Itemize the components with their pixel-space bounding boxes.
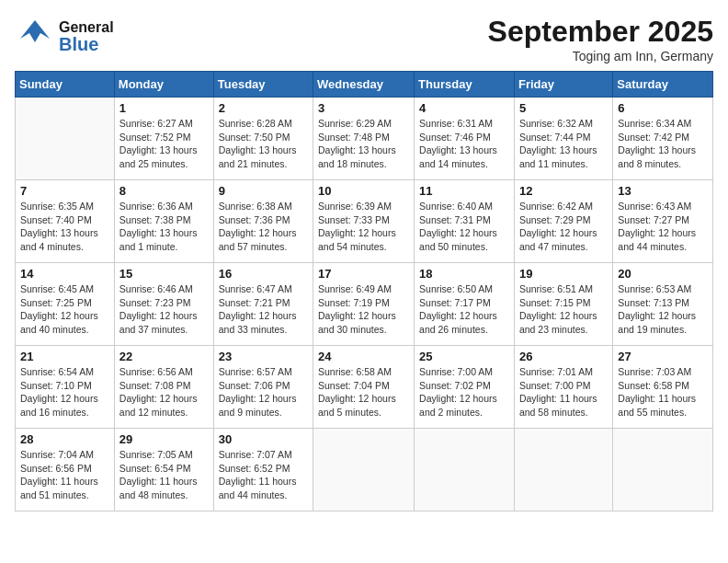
day-info: Sunrise: 7:05 AMSunset: 6:54 PMDaylight:… [119, 448, 209, 502]
day-info: Sunrise: 6:40 AMSunset: 7:31 PMDaylight:… [419, 200, 509, 254]
calendar-cell: 21Sunrise: 6:54 AMSunset: 7:10 PMDayligh… [16, 346, 115, 429]
calendar-cell: 25Sunrise: 7:00 AMSunset: 7:02 PMDayligh… [415, 346, 515, 429]
day-number: 1 [119, 101, 209, 115]
calendar-cell: 1Sunrise: 6:27 AMSunset: 7:52 PMDaylight… [114, 98, 213, 180]
day-number: 10 [318, 184, 409, 198]
day-info: Sunrise: 6:31 AMSunset: 7:46 PMDaylight:… [419, 117, 509, 171]
day-number: 7 [20, 184, 109, 198]
weekday-header-monday: Monday [114, 72, 213, 98]
day-number: 20 [618, 267, 708, 281]
calendar-week-2: 7Sunrise: 6:35 AMSunset: 7:40 PMDaylight… [16, 180, 713, 263]
calendar-cell [613, 429, 713, 511]
day-number: 21 [20, 350, 109, 363]
calendar-cell: 9Sunrise: 6:38 AMSunset: 7:36 PMDaylight… [213, 180, 313, 263]
calendar-cell: 26Sunrise: 7:01 AMSunset: 7:00 PMDayligh… [514, 346, 612, 429]
day-number: 30 [219, 432, 308, 446]
day-number: 28 [20, 432, 109, 446]
day-info: Sunrise: 6:50 AMSunset: 7:17 PMDaylight:… [419, 282, 509, 337]
day-info: Sunrise: 6:34 AMSunset: 7:42 PMDaylight:… [618, 117, 708, 171]
calendar-cell: 4Sunrise: 6:31 AMSunset: 7:46 PMDaylight… [415, 98, 515, 180]
calendar-cell: 6Sunrise: 6:34 AMSunset: 7:42 PMDaylight… [613, 98, 713, 180]
calendar-cell: 18Sunrise: 6:50 AMSunset: 7:17 PMDayligh… [415, 263, 515, 346]
calendar-cell: 12Sunrise: 6:42 AMSunset: 7:29 PMDayligh… [514, 180, 612, 263]
calendar-body: 1Sunrise: 6:27 AMSunset: 7:52 PMDaylight… [16, 98, 713, 511]
day-number: 4 [419, 101, 509, 115]
calendar-cell: 5Sunrise: 6:32 AMSunset: 7:44 PMDaylight… [514, 98, 612, 180]
day-info: Sunrise: 6:45 AMSunset: 7:25 PMDaylight:… [20, 282, 109, 337]
day-number: 25 [419, 350, 509, 363]
day-info: Sunrise: 7:04 AMSunset: 6:56 PMDaylight:… [20, 448, 109, 502]
calendar-cell [415, 429, 515, 511]
day-info: Sunrise: 6:46 AMSunset: 7:23 PMDaylight:… [119, 282, 209, 337]
day-number: 9 [219, 184, 308, 198]
day-info: Sunrise: 6:49 AMSunset: 7:19 PMDaylight:… [318, 282, 409, 337]
day-info: Sunrise: 7:07 AMSunset: 6:52 PMDaylight:… [219, 448, 308, 502]
weekday-header-thursday: Thursday [415, 72, 515, 98]
calendar-week-3: 14Sunrise: 6:45 AMSunset: 7:25 PMDayligh… [16, 263, 713, 346]
calendar-week-5: 28Sunrise: 7:04 AMSunset: 6:56 PMDayligh… [16, 429, 713, 511]
calendar-cell [514, 429, 612, 511]
weekday-header-tuesday: Tuesday [213, 72, 313, 98]
calendar-cell [313, 429, 415, 511]
day-info: Sunrise: 6:27 AMSunset: 7:52 PMDaylight:… [119, 117, 209, 171]
day-info: Sunrise: 7:00 AMSunset: 7:02 PMDaylight:… [419, 365, 509, 419]
day-info: Sunrise: 6:28 AMSunset: 7:50 PMDaylight:… [219, 117, 308, 171]
calendar-cell: 2Sunrise: 6:28 AMSunset: 7:50 PMDaylight… [213, 98, 313, 180]
calendar-cell: 19Sunrise: 6:51 AMSunset: 7:15 PMDayligh… [514, 263, 612, 346]
calendar-cell: 10Sunrise: 6:39 AMSunset: 7:33 PMDayligh… [313, 180, 415, 263]
calendar-cell: 23Sunrise: 6:57 AMSunset: 7:06 PMDayligh… [213, 346, 313, 429]
day-info: Sunrise: 6:58 AMSunset: 7:04 PMDaylight:… [318, 365, 409, 419]
calendar-cell: 27Sunrise: 7:03 AMSunset: 6:58 PMDayligh… [613, 346, 713, 429]
day-number: 27 [618, 350, 708, 363]
calendar-cell: 14Sunrise: 6:45 AMSunset: 7:25 PMDayligh… [16, 263, 115, 346]
calendar-cell: 11Sunrise: 6:40 AMSunset: 7:31 PMDayligh… [415, 180, 515, 263]
calendar-title: September 2025 [488, 15, 713, 49]
calendar-cell: 15Sunrise: 6:46 AMSunset: 7:23 PMDayligh… [114, 263, 213, 346]
calendar-cell: 20Sunrise: 6:53 AMSunset: 7:13 PMDayligh… [613, 263, 713, 346]
day-info: Sunrise: 6:57 AMSunset: 7:06 PMDaylight:… [219, 365, 308, 419]
day-number: 5 [519, 101, 608, 115]
calendar-cell: 16Sunrise: 6:47 AMSunset: 7:21 PMDayligh… [213, 263, 313, 346]
title-block: September 2025 Toging am Inn, Germany [488, 15, 713, 63]
calendar-cell [16, 98, 115, 180]
day-number: 8 [119, 184, 209, 198]
day-number: 17 [318, 267, 409, 281]
weekday-header-saturday: Saturday [613, 72, 713, 98]
calendar-week-1: 1Sunrise: 6:27 AMSunset: 7:52 PMDaylight… [16, 98, 713, 180]
day-info: Sunrise: 6:32 AMSunset: 7:44 PMDaylight:… [519, 117, 608, 171]
day-info: Sunrise: 6:36 AMSunset: 7:38 PMDaylight:… [119, 200, 209, 254]
calendar-cell: 30Sunrise: 7:07 AMSunset: 6:52 PMDayligh… [213, 429, 313, 511]
day-number: 24 [318, 350, 409, 363]
calendar-cell: 17Sunrise: 6:49 AMSunset: 7:19 PMDayligh… [313, 263, 415, 346]
day-number: 23 [219, 350, 308, 363]
day-number: 19 [519, 267, 608, 281]
day-info: Sunrise: 6:53 AMSunset: 7:13 PMDaylight:… [618, 282, 708, 337]
day-number: 29 [119, 432, 209, 446]
day-number: 13 [618, 184, 708, 198]
day-number: 12 [519, 184, 608, 198]
calendar-cell: 8Sunrise: 6:36 AMSunset: 7:38 PMDaylight… [114, 180, 213, 263]
day-info: Sunrise: 6:39 AMSunset: 7:33 PMDaylight:… [318, 200, 409, 254]
weekday-header-sunday: Sunday [16, 72, 115, 98]
calendar-cell: 22Sunrise: 6:56 AMSunset: 7:08 PMDayligh… [114, 346, 213, 429]
day-number: 14 [20, 267, 109, 281]
day-info: Sunrise: 7:01 AMSunset: 7:00 PMDaylight:… [519, 365, 608, 419]
day-number: 22 [119, 350, 209, 363]
day-number: 26 [519, 350, 608, 363]
calendar-cell: 28Sunrise: 7:04 AMSunset: 6:56 PMDayligh… [16, 429, 115, 511]
page-header: General Blue September 2025 Toging am In… [15, 15, 713, 63]
svg-marker-0 [20, 20, 50, 42]
day-info: Sunrise: 6:56 AMSunset: 7:08 PMDaylight:… [119, 365, 209, 419]
day-number: 3 [318, 101, 409, 115]
day-info: Sunrise: 6:38 AMSunset: 7:36 PMDaylight:… [219, 200, 308, 254]
day-info: Sunrise: 6:54 AMSunset: 7:10 PMDaylight:… [20, 365, 109, 419]
day-number: 2 [219, 101, 308, 115]
calendar-cell: 3Sunrise: 6:29 AMSunset: 7:48 PMDaylight… [313, 98, 415, 180]
logo-text: General Blue [59, 20, 114, 53]
day-number: 15 [119, 267, 209, 281]
day-info: Sunrise: 6:47 AMSunset: 7:21 PMDaylight:… [219, 282, 308, 337]
calendar-cell: 13Sunrise: 6:43 AMSunset: 7:27 PMDayligh… [613, 180, 713, 263]
calendar-week-4: 21Sunrise: 6:54 AMSunset: 7:10 PMDayligh… [16, 346, 713, 429]
weekday-header-wednesday: Wednesday [313, 72, 415, 98]
day-number: 18 [419, 267, 509, 281]
